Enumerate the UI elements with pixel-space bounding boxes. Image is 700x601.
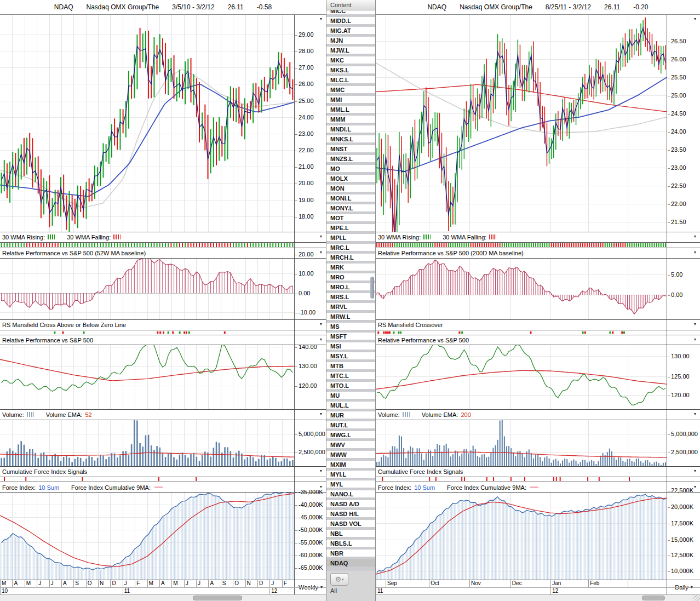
pane-menu-icon[interactable]: ▾: [694, 322, 696, 327]
symbol-list-item[interactable]: MRS.L: [326, 293, 375, 303]
price-axis-column[interactable]: 29.0028.0027.0026.0025.0024.0023.0022.00…: [294, 15, 326, 580]
pane-menu-icon[interactable]: ▾: [320, 234, 322, 239]
pane-menu-icon[interactable]: ▾: [694, 17, 696, 21]
force-index-pane[interactable]: [376, 492, 667, 580]
symbol-list-item[interactable]: MYI.L: [326, 471, 375, 480]
wma-indicator-header[interactable]: 30 WMA Rising: 30 WMA Falling:: [0, 232, 294, 242]
symbol-list-item[interactable]: MOLX: [326, 175, 375, 185]
symbol-list-item[interactable]: MSI: [326, 342, 375, 352]
rel-perf-pane[interactable]: [0, 345, 294, 409]
symbol-list-item[interactable]: MSFT: [326, 333, 375, 342]
pane-menu-icon[interactable]: ▾: [320, 322, 322, 327]
symbol-list-item[interactable]: MNST: [326, 145, 375, 155]
scrollbar-thumb[interactable]: [193, 596, 242, 600]
symbol-list-item[interactable]: MUR: [326, 411, 375, 421]
symbol-list-item[interactable]: MO: [326, 165, 375, 175]
relative-strength-pane[interactable]: [376, 258, 667, 319]
symbol-list-item[interactable]: MMC: [326, 86, 375, 96]
symbol-list-item[interactable]: MONY.L: [326, 204, 375, 214]
pane-menu-icon[interactable]: ▾: [694, 412, 696, 416]
symbol-list-item[interactable]: MWV: [326, 441, 375, 451]
symbol-list-item[interactable]: MWG.L: [326, 431, 375, 441]
force-index-header[interactable]: Force Index: 10 Sum Force Index Cumulati…: [376, 483, 667, 492]
volume-header[interactable]: Volume: Volume EMA: 52: [0, 410, 294, 419]
symbol-list-item[interactable]: NBLS.L: [326, 540, 375, 550]
symbol-list-item[interactable]: MNDI.L: [326, 125, 375, 135]
symbol-list-item[interactable]: MICC: [326, 10, 375, 17]
symbol-list-item[interactable]: MNZS.L: [326, 155, 375, 165]
pane-menu-icon[interactable]: ▾: [320, 17, 322, 21]
symbol-list-item[interactable]: NASD VOL: [326, 520, 375, 530]
symbol-list-item[interactable]: MJN: [326, 37, 375, 47]
symbol-list-item[interactable]: MPE.L: [326, 224, 375, 234]
symbol-list-item[interactable]: MKC: [326, 56, 375, 66]
volume-pane[interactable]: [376, 420, 667, 466]
symbol-list-item[interactable]: MRK: [326, 264, 375, 273]
symbol-list-item[interactable]: MONI.L: [326, 194, 375, 204]
symbol-list-item[interactable]: MJW.L: [326, 47, 375, 56]
symbol-list-item[interactable]: MUT.L: [326, 421, 375, 431]
symbol-filter-label[interactable]: All: [330, 587, 337, 594]
symbol-list-item[interactable]: NBL: [326, 530, 375, 540]
symbol-list-header[interactable]: Content: [326, 0, 375, 10]
pane-menu-icon[interactable]: ▾: [320, 250, 322, 255]
force-index-pane[interactable]: [0, 492, 294, 580]
symbol-list-item[interactable]: MWW: [326, 451, 375, 461]
pane-menu-icon[interactable]: ▾: [694, 250, 696, 255]
symbol-list-item[interactable]: MRCH.L: [326, 254, 375, 264]
symbol-list-item[interactable]: MOT: [326, 214, 375, 224]
cfi-header[interactable]: Cumulative Force Index Signals: [376, 467, 667, 476]
force-index-header[interactable]: Force Index: 10 Sum Force Index Cumulati…: [0, 483, 294, 492]
rel-perf-header[interactable]: Relative Performance vs S&P 500: [0, 335, 294, 345]
wma-indicator-header[interactable]: 30 WMA Rising: 30 WMA Falling:: [376, 232, 667, 242]
symbol-list-item[interactable]: MIDD.L: [326, 17, 375, 27]
symbol-list-item[interactable]: MON: [326, 185, 375, 194]
symbol-list-item[interactable]: MMM: [326, 116, 375, 125]
symbol-list-item[interactable]: MTB: [326, 362, 375, 372]
pane-menu-icon[interactable]: ▾: [320, 337, 322, 342]
rel-perf-header[interactable]: Relative Performance vs S&P 500: [376, 335, 667, 345]
pane-menu-icon[interactable]: ▾: [320, 469, 322, 473]
symbol-list-item[interactable]: MRO.L: [326, 283, 375, 293]
resize-grip[interactable]: [693, 595, 700, 601]
price-chart[interactable]: [376, 15, 667, 232]
pane-menu-icon[interactable]: ▾: [320, 485, 322, 489]
symbol-list-item[interactable]: MIG.AT: [326, 27, 375, 37]
price-chart[interactable]: [0, 15, 294, 232]
pane-menu-icon[interactable]: ▾: [320, 412, 322, 416]
symbol-list-item[interactable]: MRO: [326, 273, 375, 283]
symbol-list-item[interactable]: NASD A/D: [326, 500, 375, 510]
symbol-list-item[interactable]: MU: [326, 392, 375, 402]
symbol-list-item[interactable]: MPI.L: [326, 234, 375, 244]
symbol-list-item[interactable]: MXIM: [326, 461, 375, 471]
symbol-list-scrollbar[interactable]: [370, 277, 375, 302]
rs-baseline-header[interactable]: Relative Performance vs S&P 500 (200D MA…: [376, 248, 667, 257]
symbol-list-item[interactable]: MTO.L: [326, 382, 375, 392]
pane-menu-icon[interactable]: ▾: [694, 485, 696, 489]
symbol-list-item[interactable]: MMI: [326, 96, 375, 106]
symbol-list-item[interactable]: NDAQ: [326, 559, 375, 569]
symbol-list-item[interactable]: MTC.L: [326, 372, 375, 382]
volume-header[interactable]: Volume: Volume EMA: 200: [376, 410, 667, 419]
symbol-list-item[interactable]: MRC.L: [326, 244, 375, 254]
symbol-list-item[interactable]: MNKS.L: [326, 135, 375, 145]
symbol-list-item[interactable]: MRW.L: [326, 313, 375, 323]
symbol-list-item[interactable]: MYL: [326, 480, 375, 490]
volume-pane[interactable]: [0, 420, 294, 466]
symbol-list-item[interactable]: MSY.L: [326, 352, 375, 362]
symbol-list-item[interactable]: NBR: [326, 550, 375, 559]
scrollbar-thumb[interactable]: [642, 596, 665, 600]
symbol-list-item[interactable]: MKS.L: [326, 66, 375, 76]
mansfield-header[interactable]: RS Mansfield Crossover: [376, 320, 667, 329]
symbol-list-item[interactable]: MUL.L: [326, 402, 375, 411]
horizontal-scrollbar[interactable]: [0, 595, 326, 601]
list-options-button[interactable]: ⚙ ▾: [330, 573, 348, 586]
mansfield-header[interactable]: RS Mansfield Cross Above or Below Zero L…: [0, 320, 294, 329]
cfi-header[interactable]: Cumulative Force Index Signals: [0, 467, 294, 476]
symbol-list-item[interactable]: MML.L: [326, 106, 375, 116]
pane-menu-icon[interactable]: ▾: [694, 337, 696, 342]
rs-baseline-header[interactable]: Relative Performance vs S&P 500 (52W MA …: [0, 248, 294, 257]
symbol-list-item[interactable]: MLC.L: [326, 76, 375, 86]
scrollbar-thumb[interactable]: [370, 277, 374, 299]
symbol-list-item[interactable]: MRVL: [326, 303, 375, 313]
